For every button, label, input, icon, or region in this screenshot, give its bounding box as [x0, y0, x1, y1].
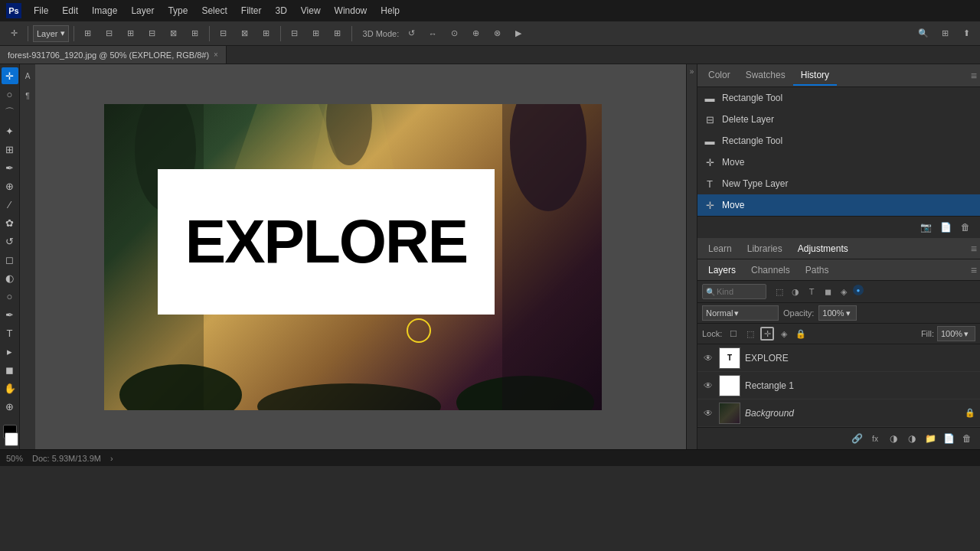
- menu-layer[interactable]: Layer: [125, 3, 160, 18]
- distribute-btn[interactable]: ⊞: [122, 24, 140, 43]
- fill-input[interactable]: 100% ▾: [937, 326, 975, 341]
- filter-adjustment-icon[interactable]: ◑: [789, 285, 802, 298]
- history-item-4[interactable]: T New Type Layer: [697, 173, 980, 194]
- panel-options-btn[interactable]: ≡: [971, 70, 977, 82]
- align-middle-btn[interactable]: ⊠: [236, 24, 254, 43]
- 3d-zoom-btn[interactable]: ⊗: [488, 24, 506, 43]
- crop-tool[interactable]: ⊞: [2, 141, 18, 158]
- new-adjustment-btn[interactable]: ◑: [903, 430, 920, 447]
- canvas-side-icon-1[interactable]: A: [20, 67, 36, 84]
- delete-state-btn[interactable]: 🗑: [957, 219, 974, 236]
- delete-layer-btn[interactable]: 🗑: [959, 430, 975, 447]
- menu-edit[interactable]: Edit: [56, 3, 84, 18]
- lock-artboard-btn[interactable]: ◈: [777, 327, 791, 341]
- transform-btn[interactable]: ⊞: [328, 24, 347, 43]
- layer-row-1[interactable]: 👁 Rectangle 1: [697, 372, 980, 399]
- lock-pixels-btn[interactable]: ⬚: [743, 327, 757, 341]
- lock-transparent-btn[interactable]: ☐: [727, 327, 740, 341]
- blend-mode-dropdown[interactable]: Normal ▾: [702, 305, 779, 321]
- hand-tool[interactable]: ✋: [2, 380, 18, 396]
- pen-tool[interactable]: ✒: [2, 306, 18, 323]
- search-toolbar-btn[interactable]: 🔍: [914, 24, 933, 43]
- 3d-pan-btn[interactable]: ↔: [423, 24, 442, 43]
- menu-window[interactable]: Window: [328, 3, 374, 18]
- arrange-btn[interactable]: ⊟: [100, 24, 119, 43]
- menu-help[interactable]: Help: [374, 3, 406, 18]
- path-selection-tool[interactable]: ▸: [2, 343, 18, 360]
- learn-tab[interactable]: Learn: [701, 240, 740, 257]
- align-top-btn[interactable]: ⊟: [214, 24, 233, 43]
- layer-vis-0[interactable]: 👁: [702, 352, 714, 364]
- learn-options-btn[interactable]: ≡: [971, 243, 977, 255]
- history-item-2[interactable]: ▬ Rectangle Tool: [697, 130, 980, 152]
- history-item-0[interactable]: ▬ Rectangle Tool: [697, 87, 980, 109]
- menu-select[interactable]: Select: [195, 3, 233, 18]
- lock-position-btn[interactable]: ✛: [760, 327, 774, 341]
- spot-heal-tool[interactable]: ⊕: [2, 178, 18, 194]
- grid-btn[interactable]: ⊞: [79, 24, 97, 43]
- canvas-side-icon-2[interactable]: ¶: [20, 87, 36, 104]
- filter-type-icon[interactable]: T: [805, 285, 818, 298]
- lock-all-btn[interactable]: 🔒: [794, 327, 808, 341]
- brush-tool[interactable]: ∕: [2, 196, 18, 213]
- channels-tab[interactable]: Channels: [743, 262, 798, 279]
- layer-filter-input[interactable]: [717, 287, 763, 296]
- distrib-h-btn[interactable]: ⊟: [286, 24, 304, 43]
- clone-stamp-tool[interactable]: ✿: [2, 214, 18, 231]
- menu-filter[interactable]: Filter: [235, 3, 268, 18]
- eyedropper-tool[interactable]: ✒: [2, 159, 18, 176]
- dodge-tool[interactable]: ○: [2, 288, 18, 305]
- collapse-btn[interactable]: »: [690, 64, 694, 79]
- history-brush-tool[interactable]: ↺: [2, 233, 18, 249]
- gradient-tool[interactable]: ◐: [2, 269, 18, 286]
- layer-row-2[interactable]: 👁 Background 🔒: [697, 399, 980, 427]
- 3d-slide-btn[interactable]: ⊕: [466, 24, 485, 43]
- link-layers-btn[interactable]: 🔗: [848, 430, 865, 447]
- swatches-tab[interactable]: Swatches: [738, 66, 793, 86]
- distrib-v-btn[interactable]: ⊞: [307, 24, 325, 43]
- menu-type[interactable]: Type: [162, 3, 194, 18]
- move-tool[interactable]: ✛: [2, 67, 18, 84]
- magic-wand-tool[interactable]: ✦: [2, 122, 18, 139]
- 3d-rotate-btn[interactable]: ↺: [402, 24, 420, 43]
- layer-row-0[interactable]: 👁 T EXPLORE: [697, 344, 980, 372]
- menu-image[interactable]: Image: [86, 3, 123, 18]
- menu-3d[interactable]: 3D: [269, 3, 292, 18]
- add-mask-btn[interactable]: ◑: [885, 430, 902, 447]
- lasso-tool[interactable]: ⌒: [2, 104, 18, 121]
- layer-vis-1[interactable]: 👁: [702, 380, 714, 392]
- background-color[interactable]: [5, 432, 18, 446]
- tab-close-btn[interactable]: ×: [214, 51, 218, 59]
- layer-styles-btn[interactable]: fx: [867, 430, 884, 447]
- shape-tool[interactable]: ◼: [2, 361, 18, 378]
- align-center-btn[interactable]: ⊠: [165, 24, 183, 43]
- filter-smartobj-icon[interactable]: ◈: [837, 285, 851, 298]
- new-layer-btn[interactable]: 📄: [940, 430, 957, 447]
- align-right-btn[interactable]: ⊞: [186, 24, 204, 43]
- color-tab[interactable]: Color: [701, 66, 738, 86]
- align-bottom-btn[interactable]: ⊞: [257, 24, 276, 43]
- history-tab[interactable]: History: [793, 66, 837, 86]
- zoom-tool[interactable]: ⊕: [2, 398, 18, 415]
- layers-options-btn[interactable]: ≡: [971, 264, 977, 276]
- type-tool[interactable]: T: [2, 324, 18, 341]
- video-btn[interactable]: ▶: [509, 24, 528, 43]
- opacity-input[interactable]: 100% ▾: [818, 305, 857, 321]
- 3d-orbit-btn[interactable]: ⊙: [445, 24, 463, 43]
- adjustments-tab[interactable]: Adjustments: [790, 240, 856, 257]
- snapshot-btn[interactable]: 📷: [917, 219, 934, 236]
- eraser-tool[interactable]: ◻: [2, 251, 18, 268]
- doc-tab[interactable]: forest-931706_1920.jpg @ 50% (EXPLORE, R…: [0, 46, 227, 64]
- libraries-tab[interactable]: Libraries: [740, 240, 790, 257]
- new-group-btn[interactable]: 📁: [922, 430, 939, 447]
- filter-shape-icon[interactable]: ◼: [821, 285, 835, 298]
- paths-tab[interactable]: Paths: [798, 262, 837, 279]
- filter-pixel-icon[interactable]: ⬚: [773, 285, 786, 298]
- layer-dropdown[interactable]: Layer ▾: [33, 25, 69, 42]
- history-item-5[interactable]: ✛ Move: [697, 194, 980, 216]
- share-btn[interactable]: ⬆: [957, 24, 975, 43]
- menu-view[interactable]: View: [295, 3, 327, 18]
- align-left-btn[interactable]: ⊟: [143, 24, 162, 43]
- layer-vis-2[interactable]: 👁: [702, 407, 714, 419]
- history-item-1[interactable]: ⊟ Delete Layer: [697, 109, 980, 130]
